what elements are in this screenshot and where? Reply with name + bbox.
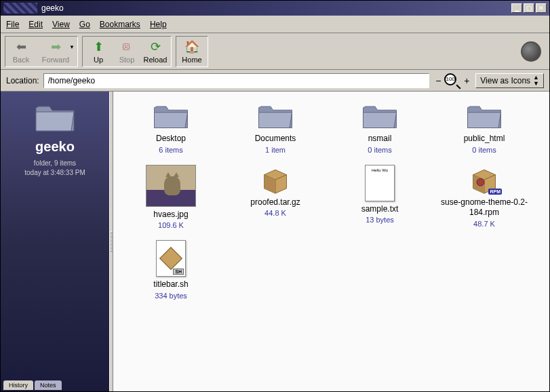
file-item[interactable]: SHtitlebar.sh334 bytes — [120, 240, 222, 300]
view-selector[interactable]: View as Icons ▲▼ — [475, 73, 544, 88]
file-name: public_html — [464, 134, 505, 144]
menu-bookmarks[interactable]: Bookmarks — [100, 20, 140, 29]
menu-file[interactable]: File — [6, 20, 19, 29]
stop-button[interactable]: ⦻ Stop — [113, 37, 141, 66]
reload-button[interactable]: ⟳ Reload — [141, 37, 170, 66]
file-meta: 334 bytes — [155, 292, 187, 300]
file-name: nsmail — [368, 134, 392, 144]
nav-group: ⬅ Back ➡ ▼ Forward — [5, 36, 78, 67]
file-item[interactable]: Hello Wosample.txt13 bytes — [329, 165, 431, 230]
folder-icon — [152, 101, 190, 131]
file-name: sample.txt — [361, 204, 399, 215]
file-item[interactable]: hvaes.jpg109.6 K — [120, 165, 222, 230]
sidebar-subtitle: folder, 9 items today at 3:48:33 PM — [24, 159, 85, 178]
menu-edit[interactable]: Edit — [28, 20, 43, 29]
location-input[interactable] — [43, 73, 430, 88]
svg-point-0 — [477, 178, 484, 186]
script-file-icon: SH — [156, 240, 186, 277]
stop-icon: ⦻ — [119, 39, 134, 54]
file-name: Documents — [255, 134, 296, 144]
image-thumbnail — [146, 165, 196, 207]
menu-view[interactable]: View — [52, 20, 70, 29]
titlebar[interactable]: geeko ▁ ▢ ✕ — [1, 1, 549, 16]
sidebar: geeko folder, 9 items today at 3:48:33 P… — [1, 92, 109, 391]
window: geeko ▁ ▢ ✕ File Edit View Go Bookmarks … — [0, 0, 550, 392]
window-title: geeko — [41, 3, 511, 13]
file-meta: 109.6 K — [158, 221, 184, 229]
minimize-button[interactable]: ▁ — [511, 3, 522, 13]
file-item[interactable]: public_html0 items — [433, 101, 535, 154]
menubar: File Edit View Go Bookmarks Help — [1, 16, 549, 33]
file-item[interactable]: Documents1 item — [224, 101, 326, 154]
sidebar-tab-notes[interactable]: Notes — [35, 380, 62, 390]
folder-icon — [465, 101, 503, 131]
file-name: hvaes.jpg — [153, 210, 188, 220]
home-group: 🏠 Home — [176, 36, 208, 67]
file-meta: 0 items — [472, 146, 496, 154]
forward-dropdown-icon[interactable]: ▼ — [69, 44, 75, 50]
sidebar-tab-history[interactable]: History — [3, 380, 33, 390]
back-icon: ⬅ — [14, 39, 28, 54]
home-button[interactable]: 🏠 Home — [178, 37, 206, 66]
archive-icon — [256, 165, 294, 195]
view-selector-caret-icon: ▲▼ — [533, 75, 539, 87]
titlebar-decoration — [3, 3, 37, 14]
zoom-indicator[interactable]: 100 — [444, 73, 460, 88]
file-name: proofed.tar.gz — [250, 197, 300, 208]
location-label: Location: — [6, 76, 39, 85]
sidebar-title: geeko — [35, 139, 75, 155]
maximize-button[interactable]: ▢ — [524, 3, 534, 13]
file-meta: 13 bytes — [366, 216, 394, 224]
back-button[interactable]: ⬅ Back — [7, 37, 35, 66]
menu-help[interactable]: Help — [150, 20, 167, 29]
home-icon: 🏠 — [184, 39, 199, 54]
file-meta: 6 items — [159, 146, 182, 154]
file-item[interactable]: RPMsuse-gnome-theme-0.2-184.rpm48.7 K — [433, 165, 535, 230]
file-meta: 48.7 K — [473, 220, 495, 228]
file-item[interactable]: Desktop6 items — [120, 101, 222, 154]
file-name: Desktop — [156, 134, 186, 144]
folder-icon — [361, 101, 399, 131]
file-name: suse-gnome-theme-0.2-184.rpm — [437, 197, 532, 218]
sidebar-tabs: History Notes — [3, 380, 62, 390]
forward-button[interactable]: ➡ ▼ Forward — [35, 37, 76, 66]
zoom-controls: − 100 + — [433, 73, 471, 88]
toolbar: ⬅ Back ➡ ▼ Forward ⬆ Up ⦻ Stop ⟳ Reload — [1, 33, 549, 70]
action-group: ⬆ Up ⦻ Stop ⟳ Reload — [82, 36, 172, 67]
file-name: titlebar.sh — [153, 279, 188, 290]
reload-icon: ⟳ — [148, 39, 163, 54]
location-bar: Location: − 100 + View as Icons ▲▼ — [1, 70, 549, 92]
file-item[interactable]: nsmail0 items — [329, 101, 431, 154]
file-item[interactable]: proofed.tar.gz44.8 K — [224, 165, 326, 230]
menu-go[interactable]: Go — [79, 20, 90, 29]
close-button[interactable]: ✕ — [536, 3, 547, 13]
content-area: geeko folder, 9 items today at 3:48:33 P… — [1, 92, 549, 391]
zoom-in-button[interactable]: + — [462, 75, 471, 86]
text-file-icon: Hello Wo — [365, 165, 395, 201]
file-meta: 44.8 K — [264, 209, 286, 217]
up-button[interactable]: ⬆ Up — [84, 37, 113, 66]
file-meta: 1 item — [265, 146, 286, 154]
forward-icon: ➡ — [48, 39, 63, 54]
up-icon: ⬆ — [91, 39, 106, 54]
throbber-icon — [521, 41, 541, 62]
folder-icon — [256, 101, 294, 131]
file-meta: 0 items — [368, 146, 391, 154]
window-buttons: ▁ ▢ ✕ — [511, 3, 547, 13]
zoom-out-button[interactable]: − — [433, 75, 443, 86]
rpm-icon: RPM — [465, 165, 503, 195]
file-view[interactable]: Desktop6 itemsDocuments1 itemnsmail0 ite… — [113, 92, 549, 391]
sidebar-folder-icon — [33, 101, 77, 134]
